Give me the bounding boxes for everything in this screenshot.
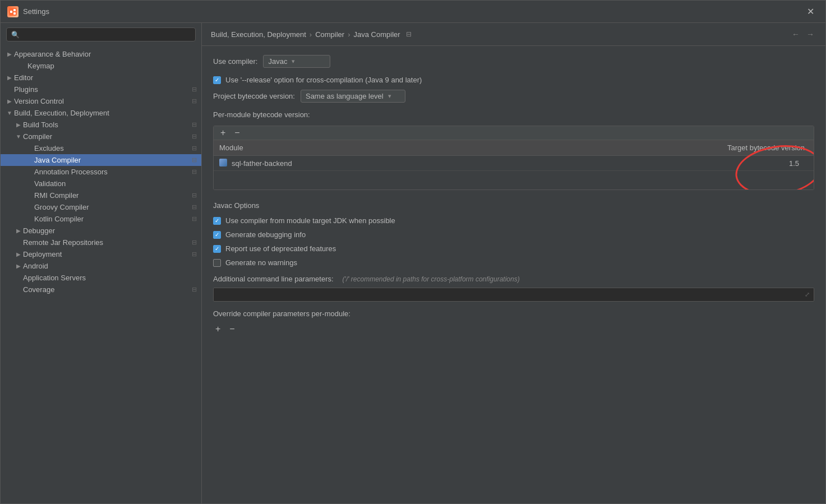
sidebar-item-annotation-processors[interactable]: Annotation Processors ⊟ xyxy=(1,166,201,178)
cmd-input-row: ⤢ xyxy=(213,288,814,302)
cross-compilation-checkbox[interactable] xyxy=(213,76,221,84)
svg-rect-2 xyxy=(13,9,16,11)
nav-back-button[interactable]: ← xyxy=(790,29,802,40)
additional-cmd-label: Additional command line parameters: xyxy=(213,275,334,283)
settings-icon: ⊟ xyxy=(192,168,197,175)
sidebar-item-label: Excludes xyxy=(34,144,192,152)
sidebar-item-label: Application Servers xyxy=(23,274,197,282)
sidebar-item-label: Debugger xyxy=(23,226,197,235)
sidebar-tree: ▶ Appearance & Behavior Keymap ▶ Editor … xyxy=(1,46,201,503)
remove-module-button[interactable]: − xyxy=(232,128,242,137)
expand-icon-vc: ▶ xyxy=(5,98,14,104)
expand-icon-dep: ▶ xyxy=(14,251,23,257)
sidebar-item-app-servers[interactable]: Application Servers xyxy=(1,272,201,284)
sidebar-item-label: Deployment xyxy=(23,250,192,258)
settings-icon: ⊟ xyxy=(192,239,197,246)
add-override-button[interactable]: + xyxy=(213,325,223,334)
option-checkbox-4[interactable] xyxy=(213,259,221,267)
settings-icon: ⊟ xyxy=(192,286,197,293)
dropdown-arrow-icon: ▾ xyxy=(292,58,295,65)
table-header: Module Target bytecode version xyxy=(214,140,814,156)
option-row-3: Report use of deprecated features xyxy=(213,244,814,253)
sidebar-item-version-control[interactable]: ▶ Version Control ⊟ xyxy=(1,95,201,107)
sidebar-item-android[interactable]: ▶ Android xyxy=(1,260,201,272)
option-label-3: Report use of deprecated features xyxy=(225,244,336,253)
use-compiler-label: Use compiler: xyxy=(213,57,257,66)
bytecode-version-label: Project bytecode version: xyxy=(213,92,295,100)
sidebar-item-kotlin-compiler[interactable]: Kotlin Compiler ⊟ xyxy=(1,213,201,225)
sidebar-item-label: Annotation Processors xyxy=(34,168,192,176)
sidebar-item-label: Appearance & Behavior xyxy=(14,50,197,58)
search-icon: 🔍 xyxy=(11,31,20,39)
sidebar-item-deployment[interactable]: ▶ Deployment ⊟ xyxy=(1,248,201,260)
settings-content: Use compiler: Javac ▾ Use '--release' op… xyxy=(202,46,825,503)
module-cell: sql-father-backend xyxy=(219,159,696,168)
sidebar-item-build-execution[interactable]: ▼ Build, Execution, Deployment xyxy=(1,107,201,119)
use-compiler-dropdown[interactable]: Javac ▾ xyxy=(263,55,330,68)
main-panel: Build, Execution, Deployment › Compiler … xyxy=(202,23,825,503)
settings-icon: ⊟ xyxy=(192,145,197,152)
col-module-header: Module xyxy=(214,140,702,155)
sidebar-item-debugger[interactable]: ▶ Debugger xyxy=(1,225,201,237)
search-input[interactable] xyxy=(23,30,191,39)
settings-icon: ⊟ xyxy=(192,86,197,93)
content-area: 🔍 ▶ Appearance & Behavior Keymap ▶ Edito… xyxy=(1,23,825,503)
search-box[interactable]: 🔍 xyxy=(6,27,196,41)
additional-cmd-input[interactable] xyxy=(213,288,814,302)
sidebar-item-groovy-compiler[interactable]: Groovy Compiler ⊟ xyxy=(1,201,201,213)
version-cell: 1.5 xyxy=(696,159,808,168)
table-row[interactable]: sql-father-backend 1.5 xyxy=(214,156,814,171)
settings-icon: ⊟ xyxy=(192,98,197,105)
module-icon xyxy=(219,159,228,168)
cross-compilation-row: Use '--release' option for cross-compila… xyxy=(213,76,814,84)
close-button[interactable]: ✕ xyxy=(802,4,819,19)
remove-override-button[interactable]: − xyxy=(227,325,237,334)
sidebar-item-label: Android xyxy=(23,262,197,270)
sidebar-item-coverage[interactable]: Coverage ⊟ xyxy=(1,284,201,295)
sidebar-item-excludes[interactable]: Excludes ⊟ xyxy=(1,142,201,154)
sidebar-item-label: Remote Jar Repositories xyxy=(23,238,192,247)
title-bar: Settings ✕ xyxy=(1,1,825,23)
sidebar-item-label: Validation xyxy=(34,179,197,188)
option-checkbox-3[interactable] xyxy=(213,245,221,253)
expand-icon-compiler: ▼ xyxy=(14,133,23,140)
nav-forward-button[interactable]: → xyxy=(804,29,816,40)
table-toolbar: + − xyxy=(214,126,814,140)
sidebar-item-rmi-compiler[interactable]: RMI Compiler ⊟ xyxy=(1,189,201,201)
sidebar-item-label: Keymap xyxy=(27,62,197,70)
sidebar-item-label: Build, Execution, Deployment xyxy=(14,109,197,117)
nav-arrows: ← → xyxy=(790,29,816,40)
option-checkbox-1[interactable] xyxy=(213,217,221,225)
sidebar-item-keymap[interactable]: Keymap xyxy=(1,60,201,72)
sidebar-item-plugins[interactable]: Plugins ⊟ xyxy=(1,84,201,95)
settings-icon: ⊟ xyxy=(192,192,197,199)
use-compiler-row: Use compiler: Javac ▾ xyxy=(213,55,814,68)
additional-cmd-note: ('/' recommended in paths for cross-plat… xyxy=(343,275,520,283)
breadcrumb-part-1: Build, Execution, Deployment xyxy=(211,30,306,39)
bytecode-version-dropdown[interactable]: Same as language level ▾ xyxy=(301,90,405,103)
add-module-button[interactable]: + xyxy=(218,128,228,137)
settings-icon: ⊟ xyxy=(192,133,197,140)
sidebar-item-label: Version Control xyxy=(14,97,192,105)
svg-rect-1 xyxy=(10,11,12,13)
breadcrumb-sep-1: › xyxy=(310,30,312,39)
settings-window: Settings ✕ 🔍 ▶ Appearance & Behavior Key… xyxy=(0,0,826,504)
option-checkbox-2[interactable] xyxy=(213,231,221,239)
sidebar-item-compiler[interactable]: ▼ Compiler ⊟ xyxy=(1,131,201,142)
expand-cmd-icon[interactable]: ⤢ xyxy=(805,291,810,298)
sidebar: 🔍 ▶ Appearance & Behavior Keymap ▶ Edito… xyxy=(1,23,202,503)
additional-cmd-section: Additional command line parameters: ('/'… xyxy=(213,275,814,302)
breadcrumb-part-3: Java Compiler xyxy=(354,30,400,39)
sidebar-item-label: Compiler xyxy=(23,132,192,141)
sidebar-item-build-tools[interactable]: ▶ Build Tools ⊟ xyxy=(1,119,201,131)
sidebar-item-editor[interactable]: ▶ Editor xyxy=(1,72,201,84)
sidebar-item-label: Java Compiler xyxy=(34,156,192,164)
bytecode-version-row: Project bytecode version: Same as langua… xyxy=(213,90,814,103)
breadcrumb-menu-icon[interactable]: ⊟ xyxy=(406,30,412,38)
sidebar-item-appearance[interactable]: ▶ Appearance & Behavior xyxy=(1,48,201,60)
sidebar-item-remote-jar[interactable]: Remote Jar Repositories ⊟ xyxy=(1,237,201,248)
sidebar-item-validation[interactable]: Validation xyxy=(1,178,201,189)
sidebar-item-java-compiler[interactable]: Java Compiler ⊟ xyxy=(1,154,201,166)
settings-icon: ⊟ xyxy=(192,251,197,258)
module-table-container: + − Module Target bytecode version xyxy=(213,126,814,190)
